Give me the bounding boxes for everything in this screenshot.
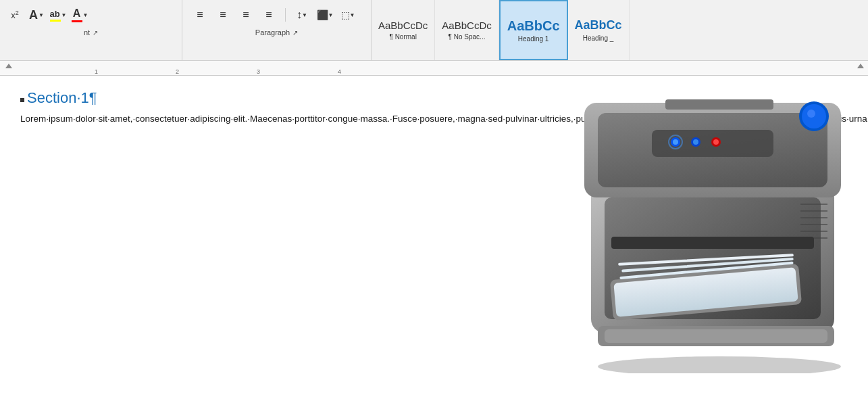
- borders-button[interactable]: ⬚ ▼: [338, 5, 357, 24]
- font-letter: A: [29, 8, 38, 22]
- styles-group: AaBbCcDc ¶ Normal AaBbCcDc ¶ No Spac... …: [372, 0, 868, 60]
- superscript-icon: x2: [11, 9, 19, 20]
- separator-1: [285, 8, 286, 22]
- font-label-text: nt: [84, 28, 90, 37]
- justify-button[interactable]: ≡: [259, 5, 278, 24]
- style-heading1-label: Heading 1: [518, 35, 549, 43]
- line-spacing-icon: ↕: [297, 9, 302, 21]
- ruler-tick-1: 1: [95, 68, 98, 75]
- shading-button[interactable]: ⬛ ▼: [315, 5, 334, 24]
- paragraph-dialog-launcher[interactable]: ↗: [292, 29, 298, 37]
- highlight-icon: ab: [50, 9, 61, 22]
- ruler-content: 1 2 3 4: [0, 61, 868, 75]
- ruler-ticks: 1 2 3 4: [0, 61, 868, 75]
- svg-rect-28: [611, 237, 814, 249]
- svg-point-11: [671, 137, 680, 147]
- svg-rect-6: [613, 267, 798, 316]
- font-section-label: nt ↗: [5, 27, 176, 37]
- borders-icon: ⬚: [341, 9, 350, 20]
- svg-rect-4: [598, 113, 827, 187]
- font-color-dropdown-arrow: ▼: [83, 12, 88, 18]
- svg-rect-1: [591, 184, 834, 333]
- font-group: x2 A ▼ ab ▼ A: [0, 0, 182, 60]
- style-nospace-preview: AaBbCcDc: [442, 20, 491, 32]
- paragraph-row: ≡ ≡ ≡ ≡ ↕ ▼ ⬛ ▼: [190, 3, 363, 27]
- svg-rect-9: [619, 262, 793, 279]
- font-color-button[interactable]: A ▼: [70, 5, 89, 24]
- ruler: 1 2 3 4: [0, 61, 868, 76]
- paragraph-label-text: Paragraph: [255, 28, 290, 37]
- shading-dropdown-arrow: ▼: [328, 12, 334, 18]
- font-dialog-launcher[interactable]: ↗: [93, 29, 98, 37]
- ruler-tick-4: 4: [338, 68, 341, 75]
- style-heading1-preview: AaBbCc: [507, 18, 560, 34]
- style-heading2-preview: AaBbCc: [575, 18, 622, 33]
- style-heading1-button[interactable]: AaBbCc Heading 1: [499, 0, 568, 60]
- font-color-letter: A: [73, 7, 81, 20]
- document-area: Section·1¶ Lorem·ipsum·dolor·sit·amet,·c…: [0, 76, 868, 401]
- paragraph-section-label-row: Paragraph ↗: [190, 27, 363, 37]
- font-row: x2 A ▼ ab ▼ A: [5, 3, 176, 27]
- highlight-button[interactable]: ab ▼: [49, 5, 68, 24]
- style-nospace-button[interactable]: AaBbCcDc ¶ No Spac...: [435, 0, 499, 60]
- line-spacing-button[interactable]: ↕ ▼: [292, 5, 311, 24]
- superscript-button[interactable]: x2: [5, 5, 24, 24]
- svg-point-17: [713, 139, 719, 145]
- align-center-button[interactable]: ≡: [213, 5, 232, 24]
- section-bullet: [20, 98, 24, 102]
- svg-point-16: [711, 137, 721, 147]
- align-right-button[interactable]: ≡: [236, 5, 255, 24]
- svg-point-13: [669, 135, 682, 149]
- ruler-tick-3: 3: [257, 68, 260, 75]
- font-face-icon: A: [29, 8, 38, 22]
- style-normal-button[interactable]: AaBbCcDc ¶ Normal: [372, 0, 435, 60]
- highlight-dropdown-arrow: ▼: [61, 12, 67, 18]
- ribbon-toolbar: x2 A ▼ ab ▼ A: [0, 0, 868, 61]
- align-right-icon: ≡: [242, 9, 249, 21]
- borders-dropdown-arrow: ▼: [350, 12, 355, 18]
- style-normal-preview: AaBbCcDc: [378, 20, 428, 32]
- font-dropdown-arrow: ▼: [39, 12, 44, 18]
- svg-rect-8: [621, 258, 794, 273]
- svg-point-14: [691, 137, 700, 147]
- svg-rect-7: [618, 254, 794, 266]
- paragraph-group: ≡ ≡ ≡ ≡ ↕ ▼ ⬛ ▼: [182, 0, 372, 60]
- highlight-bar: [50, 20, 61, 22]
- ruler-tick-2: 2: [176, 68, 179, 75]
- body-paragraph: Lorem·ipsum·dolor·sit·amet,·consectetuer…: [20, 112, 574, 126]
- svg-point-0: [598, 356, 841, 373]
- align-center-icon: ≡: [220, 9, 226, 21]
- ruler-right-margin[interactable]: [857, 64, 864, 68]
- line-spacing-dropdown-arrow: ▼: [302, 12, 307, 18]
- font-color-bar: [72, 20, 82, 22]
- shading-icon: ⬛: [317, 9, 328, 20]
- font-color-icon: A: [72, 7, 82, 22]
- svg-point-12: [673, 139, 678, 145]
- style-heading2-label: Heading _: [583, 34, 614, 42]
- align-left-icon: ≡: [197, 9, 203, 21]
- justify-icon: ≡: [265, 9, 272, 21]
- svg-rect-29: [598, 326, 834, 346]
- svg-rect-2: [605, 197, 821, 319]
- highlight-label: ab: [50, 9, 61, 19]
- svg-point-15: [693, 139, 698, 145]
- section-heading: Section·1¶: [27, 89, 97, 107]
- svg-rect-30: [605, 329, 827, 343]
- style-normal-label: ¶ Normal: [389, 33, 416, 41]
- style-nospace-label: ¶ No Spac...: [449, 33, 486, 41]
- section-bullet-row: Section·1¶: [20, 89, 848, 111]
- svg-rect-10: [652, 130, 773, 157]
- style-heading2-button[interactable]: AaBbCc Heading _: [568, 0, 630, 60]
- svg-rect-5: [610, 264, 802, 321]
- align-left-button[interactable]: ≡: [190, 5, 209, 24]
- font-face-button[interactable]: A ▼: [27, 5, 46, 24]
